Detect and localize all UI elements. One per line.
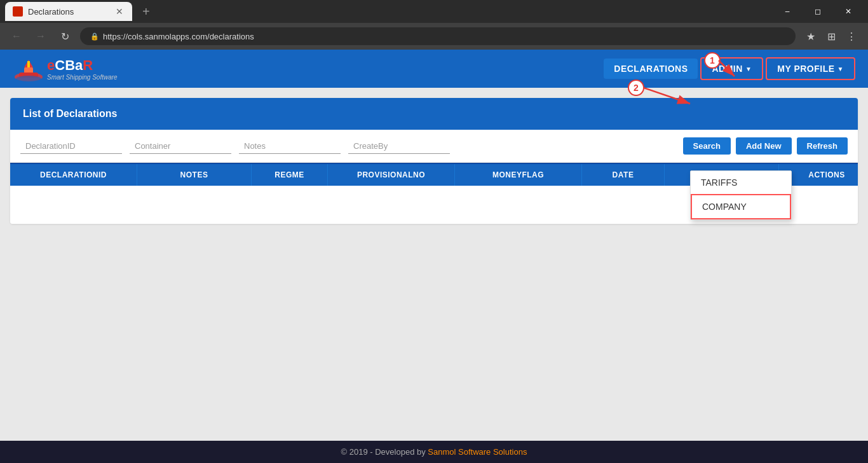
maximize-button[interactable]: ◻ — [803, 0, 832, 23]
menu-icon[interactable]: ⋮ — [843, 27, 860, 45]
panel-header: List of Declarations — [10, 98, 858, 130]
forward-button[interactable]: → — [32, 27, 50, 45]
svg-rect-3 — [27, 61, 30, 67]
nav-declarations[interactable]: DECLARATIONS — [604, 59, 698, 79]
tab-favicon — [13, 6, 23, 17]
col-provisionalno: PROVISIONALNO — [328, 164, 455, 186]
caret-icon: ▼ — [837, 66, 844, 73]
logo-subtitle: Smart Shipping Software — [47, 74, 118, 81]
dropdown-tariffs[interactable]: TARIFFS — [691, 171, 791, 194]
notes-input[interactable] — [239, 139, 341, 154]
minimize-button[interactable]: – — [773, 0, 802, 23]
bookmark-icon[interactable]: ★ — [802, 27, 820, 45]
nav-my-profile[interactable]: MY PROFILE ▼ — [766, 57, 855, 80]
add-new-button[interactable]: Add New — [736, 137, 792, 155]
footer: © 2019 - Developed by Sanmol Software So… — [0, 441, 868, 463]
window-controls: – ◻ ✕ — [773, 0, 863, 23]
col-date: DATE — [582, 164, 665, 186]
browser-tab[interactable]: Declarations ✕ — [5, 2, 132, 21]
container-input[interactable] — [130, 139, 231, 154]
action-buttons: Search Add New Refresh — [683, 137, 848, 155]
search-button[interactable]: Search — [683, 137, 731, 155]
new-tab-button[interactable]: + — [137, 4, 155, 19]
search-bar: Search Add New Refresh — [10, 130, 858, 163]
nav-admin[interactable]: ADMIN ▼ — [700, 57, 763, 80]
address-field[interactable]: 🔒 https://cols.sanmolapps.com/declaratio… — [80, 27, 796, 45]
tab-title: Declarations — [28, 7, 74, 17]
caret-icon: ▼ — [745, 66, 752, 73]
refresh-button[interactable]: ↻ — [56, 27, 74, 45]
col-declarationid: DECLARATIONID — [10, 164, 137, 186]
app-header: eCBaR Smart Shipping Software DECLARATIO… — [0, 50, 868, 88]
tab-close-button[interactable]: ✕ — [114, 6, 125, 17]
declaration-id-input[interactable] — [20, 139, 122, 154]
url-text: https://cols.sanmolapps.com/declarations — [103, 32, 254, 41]
col-moneyflag: MONEYFLAG — [455, 164, 582, 186]
lock-icon: 🔒 — [90, 32, 99, 41]
logo-text: eCBaR — [47, 57, 118, 74]
createby-input[interactable] — [348, 139, 450, 154]
col-notes: NOTES — [137, 164, 252, 186]
panel-title: List of Declarations — [23, 108, 117, 120]
footer-link[interactable]: Sanmol Software Solutions — [428, 447, 527, 457]
close-button[interactable]: ✕ — [834, 0, 863, 23]
browser-address-bar: ← → ↻ 🔒 https://cols.sanmolapps.com/decl… — [0, 23, 868, 50]
dropdown-company[interactable]: COMPANY — [691, 194, 791, 219]
app-nav: DECLARATIONS ADMIN ▼ MY PROFILE ▼ — [604, 57, 855, 80]
svg-point-5 — [16, 76, 41, 82]
refresh-button[interactable]: Refresh — [797, 137, 848, 155]
back-button[interactable]: ← — [8, 27, 25, 45]
admin-dropdown-menu: TARIFFS COMPANY — [690, 170, 792, 220]
logo-area[interactable]: eCBaR Smart Shipping Software — [13, 55, 118, 83]
extensions-icon[interactable]: ⊞ — [822, 27, 840, 45]
browser-icons: ★ ⊞ ⋮ — [802, 27, 860, 45]
browser-title-bar: Declarations ✕ + – ◻ ✕ — [0, 0, 868, 23]
footer-text: © 2019 - Developed by — [341, 447, 428, 457]
logo-icon — [13, 55, 44, 83]
col-regme: REGME — [252, 164, 328, 186]
